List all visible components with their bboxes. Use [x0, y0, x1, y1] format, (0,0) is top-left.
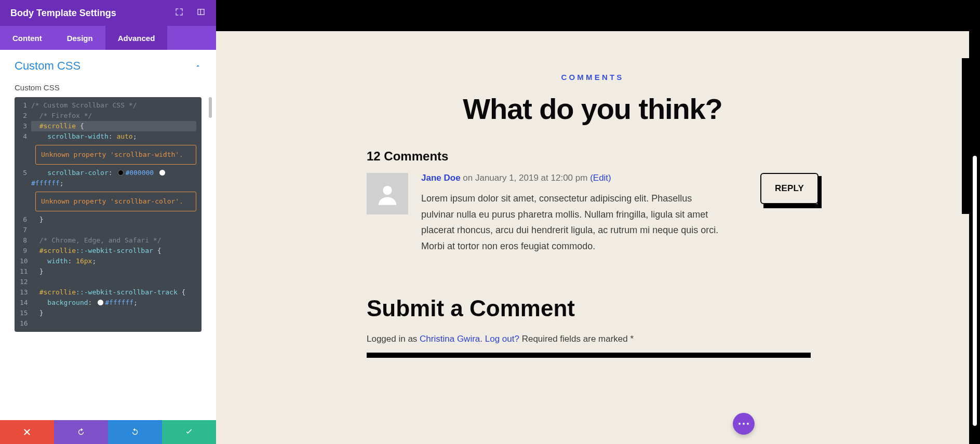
section-header[interactable]: Custom CSS [15, 59, 202, 73]
divi-actions-button[interactable] [733, 413, 755, 435]
comment-edit-link[interactable]: (Edit) [590, 173, 611, 183]
comment-text: Lorem ipsum dolor sit amet, consectetur … [421, 191, 722, 254]
tab-advanced[interactable]: Advanced [105, 26, 168, 50]
panel-toggle-icon[interactable] [196, 7, 206, 19]
sidebar-title: Body Template Settings [10, 8, 116, 19]
comment-meta: Jane Doe on January 1, 2019 at 12:00 pm … [421, 173, 747, 183]
color-swatch-icon [98, 300, 103, 305]
tab-content[interactable]: Content [0, 26, 55, 50]
editor-scrollbar[interactable] [209, 97, 212, 118]
tab-design[interactable]: Design [55, 26, 105, 50]
comment-date: on January 1, 2019 at 12:00 pm [463, 173, 587, 183]
undo-button[interactable] [54, 420, 108, 444]
redo-button[interactable] [108, 420, 162, 444]
color-swatch-icon [159, 170, 165, 176]
logout-link[interactable]: Log out? [485, 334, 519, 344]
comment-item: Jane Doe on January 1, 2019 at 12:00 pm … [367, 173, 818, 254]
user-link[interactable]: Christina Gwira [420, 334, 480, 344]
cancel-button[interactable] [0, 420, 54, 444]
preview-pane[interactable]: COMMENTS What do you think? 12 Comments … [216, 0, 980, 444]
page-scrollbar[interactable] [973, 156, 977, 426]
avatar-placeholder-icon [374, 180, 401, 207]
comments-heading: What do you think? [367, 92, 818, 126]
field-label: Custom CSS [15, 83, 202, 92]
panel-body[interactable]: Custom CSS Custom CSS 1/* Custom Scrollb… [0, 50, 216, 420]
section-title-text: Custom CSS [15, 59, 80, 73]
settings-sidebar: Body Template Settings Content Design Ad… [0, 0, 216, 444]
tabs: Content Design Advanced [0, 26, 216, 50]
avatar [367, 173, 408, 214]
sidebar-header: Body Template Settings [0, 0, 216, 26]
submit-heading: Submit a Comment [367, 295, 818, 321]
color-swatch-icon [118, 170, 124, 176]
comment-author-link[interactable]: Jane Doe [421, 173, 461, 183]
expand-icon[interactable] [174, 7, 184, 19]
chevron-up-icon [194, 59, 202, 73]
svg-point-0 [383, 186, 392, 195]
lint-warning: Unknown property 'scrollbar-width'. [35, 145, 196, 165]
lint-warning: Unknown property 'scrollbar-color'. [35, 192, 196, 211]
page-canvas: COMMENTS What do you think? 12 Comments … [216, 31, 969, 444]
comment-textarea[interactable] [367, 353, 811, 358]
reply-button[interactable]: REPLY [760, 173, 818, 204]
accent-bar [962, 58, 969, 214]
css-code-editor[interactable]: 1/* Custom Scrollbar CSS */ 2 /* Firefox… [15, 97, 202, 332]
comments-count: 12 Comments [367, 149, 818, 164]
login-status: Logged in as Christina Gwira. Log out? R… [367, 334, 818, 344]
save-button[interactable] [162, 420, 216, 444]
eyebrow-text: COMMENTS [367, 73, 818, 82]
sidebar-footer [0, 420, 216, 444]
